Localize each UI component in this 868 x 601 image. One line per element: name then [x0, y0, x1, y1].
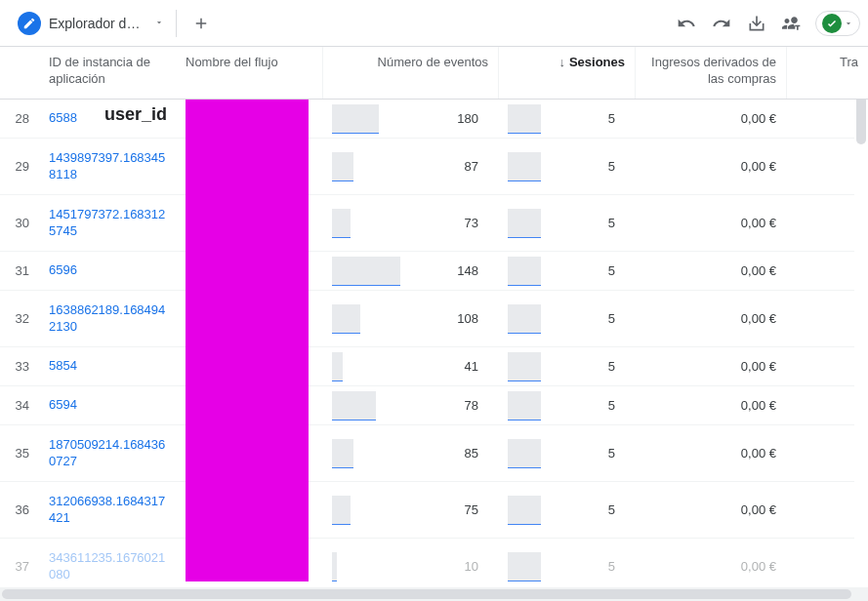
sessions-cell: 5 — [498, 353, 635, 380]
sessions-cell: 5 — [498, 497, 635, 523]
revenue-cell: 0,00 € — [635, 392, 786, 419]
tab-title: Explorador de ... — [49, 16, 146, 31]
sort-desc-icon: ↓ — [558, 55, 565, 71]
horizontal-scrollbar[interactable] — [0, 587, 868, 601]
sessions-cell: 5 — [498, 258, 635, 284]
events-cell: 75 — [322, 497, 498, 523]
chevron-down-icon — [844, 19, 853, 28]
table-row[interactable]: 37343611235.16760210801050,00 € — [0, 539, 868, 581]
col-transactions[interactable]: Tra — [786, 47, 868, 99]
revenue-cell: 0,00 € — [635, 105, 786, 132]
instance-id[interactable]: 6596 — [39, 257, 176, 285]
events-cell: 41 — [322, 353, 498, 380]
table-row[interactable]: 321638862189.168494213010850,00 € — [0, 291, 868, 347]
revenue-cell: 0,00 € — [635, 440, 786, 466]
instance-id[interactable]: 312066938.1684317421 — [39, 488, 176, 533]
table-row[interactable]: 3358544150,00 € — [0, 347, 868, 386]
sessions-cell: 5 — [498, 105, 635, 132]
revenue-cell: 0,00 € — [635, 353, 786, 380]
events-cell: 180 — [322, 105, 498, 132]
events-cell: 87 — [322, 153, 498, 180]
col-flow[interactable]: Nombre del flujo — [176, 47, 322, 99]
table-row[interactable]: 301451797372.16831257457350,00 € — [0, 195, 868, 252]
sessions-cell: 5 — [498, 153, 635, 180]
current-tab[interactable]: Explorador de ... — [8, 6, 174, 41]
instance-id[interactable]: 1638862189.1684942130 — [39, 297, 176, 341]
table-header: ID de instancia de aplicación Nombre del… — [0, 47, 868, 100]
revenue-cell: 0,00 € — [635, 153, 786, 180]
instance-id[interactable]: 1870509214.1684360727 — [39, 431, 176, 476]
sessions-cell: 5 — [498, 210, 635, 236]
edit-icon — [18, 12, 41, 35]
events-cell: 85 — [322, 440, 498, 466]
instance-id[interactable]: 1439897397.1683458118 — [39, 144, 176, 189]
instance-id[interactable]: 5854 — [39, 352, 176, 381]
row-index: 31 — [0, 258, 39, 284]
row-index: 33 — [0, 353, 39, 380]
events-cell: 73 — [322, 210, 498, 236]
revenue-cell: 0,00 € — [635, 258, 786, 284]
events-cell: 78 — [322, 392, 498, 419]
vertical-scrollbar[interactable] — [854, 47, 868, 587]
table-row[interactable]: 351870509214.16843607278550,00 € — [0, 425, 868, 482]
col-revenue[interactable]: Ingresos derivados de las compras — [635, 47, 786, 99]
table-row[interactable]: 291439897397.16834581188750,00 € — [0, 139, 868, 195]
user-id-annotation: user_id — [103, 104, 169, 125]
col-index — [0, 47, 39, 99]
row-index: 34 — [0, 392, 39, 419]
table-row[interactable]: 31659614850,00 € — [0, 252, 868, 291]
download-button[interactable] — [739, 6, 774, 41]
sessions-cell: 5 — [498, 553, 635, 580]
instance-id[interactable]: 6594 — [39, 391, 176, 420]
check-icon — [822, 14, 842, 33]
sessions-cell: 5 — [498, 440, 635, 466]
row-index: 32 — [0, 305, 39, 332]
revenue-cell: 0,00 € — [635, 553, 786, 580]
row-index: 28 — [0, 105, 39, 132]
instance-id[interactable]: 1451797372.1683125745 — [39, 201, 176, 246]
redo-button[interactable] — [704, 6, 739, 41]
col-sessions[interactable]: ↓Sesiones — [498, 47, 635, 99]
revenue-cell: 0,00 € — [635, 210, 786, 236]
undo-button[interactable] — [669, 6, 704, 41]
table-body: user_id 28658818050,00 €291439897397.168… — [0, 100, 868, 581]
col-events[interactable]: Número de eventos — [322, 47, 498, 99]
redaction-overlay — [186, 100, 309, 581]
instance-id[interactable]: 343611235.1676021080 — [39, 544, 176, 581]
sessions-cell: 5 — [498, 392, 635, 419]
row-index: 29 — [0, 153, 39, 180]
revenue-cell: 0,00 € — [635, 497, 786, 523]
events-cell: 10 — [322, 553, 498, 580]
events-cell: 108 — [322, 305, 498, 332]
row-index: 37 — [0, 553, 39, 580]
row-index: 30 — [0, 210, 39, 236]
data-table: ID de instancia de aplicación Nombre del… — [0, 47, 868, 581]
add-tab-button[interactable] — [182, 4, 221, 43]
toolbar: Explorador de ... — [0, 0, 868, 47]
sessions-cell: 5 — [498, 305, 635, 332]
table-row[interactable]: 36312066938.16843174217550,00 € — [0, 482, 868, 539]
table-row[interactable]: 3465947850,00 € — [0, 386, 868, 425]
share-button[interactable] — [774, 6, 809, 41]
col-id[interactable]: ID de instancia de aplicación — [39, 47, 176, 99]
revenue-cell: 0,00 € — [635, 305, 786, 332]
events-cell: 148 — [322, 258, 498, 284]
row-index: 35 — [0, 440, 39, 466]
status-indicator[interactable] — [815, 11, 860, 36]
chevron-down-icon — [154, 16, 164, 30]
row-index: 36 — [0, 497, 39, 523]
